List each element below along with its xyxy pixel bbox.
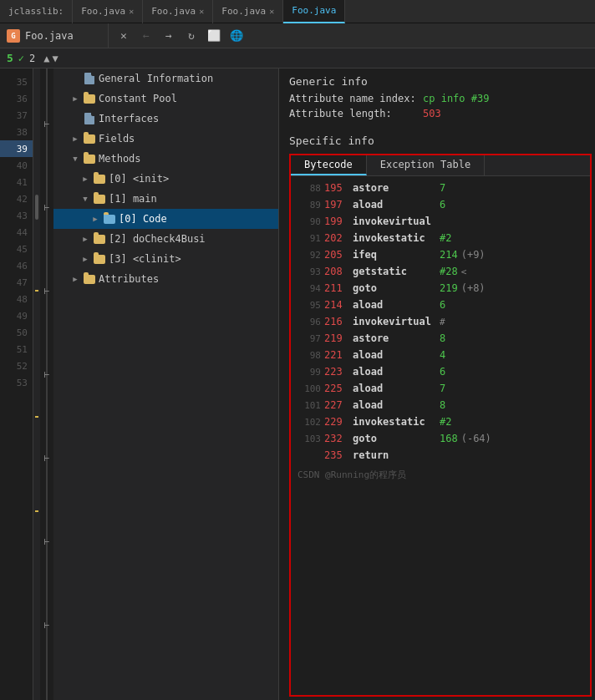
generic-info-title: Generic info (289, 75, 585, 88)
bc-extra: (+8) (461, 282, 486, 294)
tab-close-1[interactable]: ✕ (129, 7, 134, 16)
bc-row-195: 88 195 astore 7 (291, 180, 590, 196)
tab-close-2[interactable]: ✕ (199, 7, 204, 16)
tab-exception-table[interactable]: Exception Table (367, 155, 485, 175)
scroll-thumb[interactable] (35, 195, 38, 220)
back-button[interactable]: ← (136, 27, 156, 45)
folder-icon (94, 193, 105, 205)
bc-linenum: 99 (298, 367, 321, 378)
tree-clinit[interactable]: ▶ [3] <clinit> (53, 249, 278, 269)
bc-offset: 197 (324, 199, 349, 211)
forward-button[interactable]: → (159, 27, 179, 45)
tree-arrow: ▶ (80, 234, 90, 244)
bc-arg: 6 (440, 199, 445, 211)
bc-offset: 235 (324, 449, 349, 461)
tree-label: Fields (99, 133, 135, 145)
tree-fields[interactable]: ▶ Fields (53, 129, 278, 149)
bc-linenum: 88 (298, 183, 321, 194)
line-46: 46 (0, 257, 33, 274)
bc-linenum: 91 (298, 233, 321, 244)
file-type-icon: G (7, 29, 20, 43)
tree-methods[interactable]: ▼ Methods (53, 149, 278, 169)
tree-arrow: ▶ (70, 134, 80, 144)
tree-docheck[interactable]: ▶ [2] doCheck4Busi (53, 229, 278, 249)
tree-label: Constant Pool (99, 93, 177, 104)
bc-row-223: 99 223 aload 6 (291, 363, 590, 380)
bc-instr: getstatic (353, 266, 436, 277)
attr-name-label: Attribute name index: (289, 93, 423, 104)
tree-arrow: ▼ (70, 154, 80, 164)
tab-foo3[interactable]: Foo.java ✕ (213, 0, 283, 23)
bc-instr: astore (353, 182, 436, 194)
bc-linenum: 89 (298, 200, 321, 211)
bc-arg: 219 (440, 282, 458, 294)
bc-arg: 8 (440, 332, 445, 344)
tree-panel: General Information ▶ Constant Pool Inte… (53, 68, 279, 700)
bc-offset: 199 (324, 216, 349, 227)
tree-label: [0] Code (119, 213, 167, 225)
line-43: 43 (0, 207, 33, 224)
bc-linenum: 90 (298, 216, 321, 227)
attr-name-value: cp info #39 (423, 93, 489, 104)
line-41: 41 (0, 174, 33, 190)
bytecode-content: 88 195 astore 7 89 197 aload 6 90 199 in… (291, 176, 590, 695)
tree-main[interactable]: ▼ [1] main (53, 189, 278, 209)
bc-extra: (-64) (461, 433, 491, 444)
bc-arg: 168 (440, 433, 458, 444)
tree-interfaces[interactable]: Interfaces (53, 109, 278, 129)
line-35: 35 (0, 74, 33, 90)
line-49: 49 (0, 307, 33, 324)
web-button[interactable]: 🌐 (226, 27, 247, 45)
up-arrow[interactable]: ▲ (43, 53, 49, 64)
line-47: 47 (0, 274, 33, 291)
layout-button[interactable]: ⬜ (204, 27, 224, 45)
bc-row-199: 90 199 invokevirtual (291, 213, 590, 230)
tab-bar: jclasslib: Foo.java ✕ Foo.java ✕ Foo.jav… (0, 0, 595, 23)
refresh-button[interactable]: ↻ (181, 27, 201, 45)
bc-instr: goto (353, 433, 436, 444)
line-52: 52 (0, 358, 33, 374)
bc-instr: invokestatic (353, 232, 436, 244)
bc-row-214: 95 214 aload 6 (291, 297, 590, 313)
bc-arg: 6 (440, 299, 445, 311)
bc-row-229: 102 229 invokestatic #2 (291, 413, 590, 430)
tab-foo2[interactable]: Foo.java ✕ (143, 0, 213, 23)
line-39: 39 (0, 140, 33, 157)
tab-foo1[interactable]: Foo.java ✕ (73, 0, 143, 23)
tree-arrow: ▶ (80, 254, 90, 264)
tree-arrow: ▼ (80, 194, 90, 204)
bc-comment: < (461, 266, 467, 277)
right-panel: Generic info Attribute name index: cp in… (279, 68, 595, 700)
close-button[interactable]: ✕ (114, 27, 134, 45)
line-38: 38 (0, 124, 33, 140)
specific-info-title: Specific info (289, 134, 585, 147)
tree-constant-pool[interactable]: ▶ Constant Pool (53, 89, 278, 109)
tree-label: [3] <clinit> (109, 253, 181, 265)
line-48: 48 (0, 291, 33, 307)
file-icon (84, 73, 95, 84)
bc-linenum: 93 (298, 266, 321, 277)
bc-row-205: 92 205 ifeq 214 (+9) (291, 246, 590, 263)
nav-arrows: ▲ ▼ (43, 53, 58, 64)
tree-arrow: ▶ (70, 94, 80, 104)
bc-offset: 208 (324, 266, 349, 277)
line-51: 51 (0, 341, 33, 358)
folder-icon (84, 133, 95, 145)
tree-general-info[interactable]: General Information (53, 68, 278, 89)
bc-arg: #2 (440, 416, 451, 428)
line-40: 40 (0, 157, 33, 174)
line-36: 36 (0, 90, 33, 107)
line-53: 53 (0, 374, 33, 391)
tree-code[interactable]: ▶ [0] Code (53, 209, 278, 229)
tree-attributes[interactable]: ▶ Attributes (53, 269, 278, 289)
bc-linenum: 103 (298, 434, 321, 444)
down-arrow[interactable]: ▼ (53, 53, 58, 64)
bc-offset: 211 (324, 282, 349, 294)
tree-arrow (70, 74, 80, 84)
bc-arg: 6 (440, 366, 445, 378)
file-icon (84, 113, 95, 124)
tab-close-3[interactable]: ✕ (269, 7, 274, 16)
tab-bytecode[interactable]: Bytecode (291, 155, 367, 175)
tree-init[interactable]: ▶ [0] <init> (53, 169, 278, 189)
tab-foo4[interactable]: Foo.java (283, 0, 345, 23)
